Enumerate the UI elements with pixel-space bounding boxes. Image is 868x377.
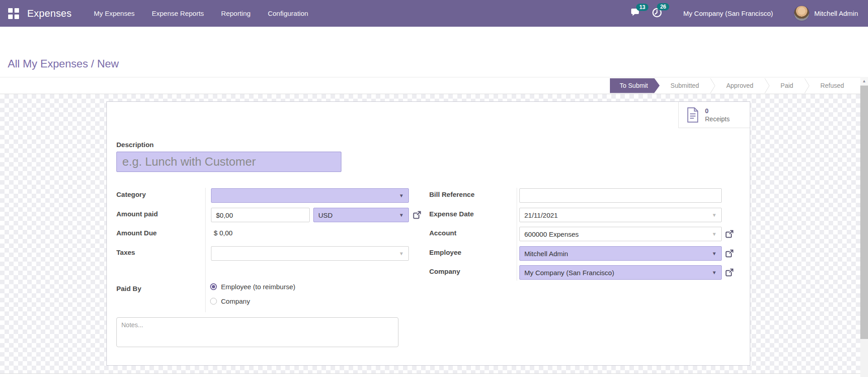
employee-label: Employee xyxy=(429,248,461,256)
user-menu[interactable]: Mitchell Admin xyxy=(814,10,858,17)
account-select[interactable]: 600000 Expenses▼ xyxy=(519,227,722,241)
control-panel: All My Expenses / New Save Discard xyxy=(0,27,868,77)
company-label: Company xyxy=(429,267,460,275)
menu-my-expenses[interactable]: My Expenses xyxy=(85,10,143,17)
status-step-paid[interactable]: Paid xyxy=(770,82,804,89)
company-switcher[interactable]: My Company (San Francisco) xyxy=(683,10,773,17)
messages-button[interactable]: 13 xyxy=(631,8,642,19)
menu-expense-reports[interactable]: Expense Reports xyxy=(143,10,212,17)
amount-paid-label: Amount paid xyxy=(116,210,158,218)
taxes-select[interactable]: ▼ xyxy=(211,246,409,261)
breadcrumb-parent-link[interactable]: All My Expenses xyxy=(8,57,88,70)
receipts-stat-button[interactable]: 0 Receipts xyxy=(678,102,750,128)
company-select[interactable]: My Company (San Francisco)▼ xyxy=(519,265,722,280)
activities-count-badge: 26 xyxy=(657,3,669,10)
expense-date-label: Expense Date xyxy=(429,210,474,218)
app-brand[interactable]: Expenses xyxy=(27,8,72,19)
chevron-separator-icon xyxy=(764,78,770,93)
chevron-separator-icon xyxy=(804,78,810,93)
category-select[interactable]: ▼ xyxy=(211,188,409,203)
bill-reference-label: Bill Reference xyxy=(429,191,475,198)
taxes-label: Taxes xyxy=(116,248,135,256)
description-label: Description xyxy=(116,141,154,148)
document-icon xyxy=(686,107,700,123)
amount-paid-input[interactable] xyxy=(211,208,310,222)
top-navbar: Expenses My Expenses Expense Reports Rep… xyxy=(0,0,868,27)
radio-selected-icon xyxy=(210,283,217,290)
expense-date-input[interactable]: 21/11/2021▼ xyxy=(519,208,722,222)
employee-select[interactable]: Mitchell Admin▼ xyxy=(519,246,722,261)
currency-external-link-icon[interactable] xyxy=(412,210,422,220)
description-input[interactable] xyxy=(116,152,341,172)
status-bar: To Submit Submitted Approved Paid Refuse… xyxy=(0,77,860,94)
form-view-background: 0 Receipts Description Category ▼ Amount… xyxy=(0,94,860,374)
menu-reporting[interactable]: Reporting xyxy=(212,10,259,17)
paid-by-option-company[interactable]: Company xyxy=(210,297,250,305)
account-label: Account xyxy=(429,229,456,237)
breadcrumb-current: New xyxy=(97,57,119,70)
menu-configuration[interactable]: Configuration xyxy=(259,10,317,17)
notes-textarea[interactable] xyxy=(116,317,398,347)
vertical-scrollbar[interactable]: ▲ xyxy=(860,77,868,377)
activities-button[interactable]: 26 xyxy=(652,7,662,20)
apps-menu-icon[interactable] xyxy=(8,8,19,19)
status-step-approved[interactable]: Approved xyxy=(715,82,764,89)
scrollbar-up-arrow-icon[interactable]: ▲ xyxy=(860,77,868,86)
column-separator xyxy=(205,188,206,312)
paid-by-option-employee[interactable]: Employee (to reimburse) xyxy=(210,283,295,291)
radio-unselected-icon xyxy=(210,298,217,305)
paid-by-label: Paid By xyxy=(116,285,141,292)
chevron-separator-icon xyxy=(710,78,715,93)
status-step-refused[interactable]: Refused xyxy=(810,82,855,89)
amount-due-value: $ 0,00 xyxy=(214,229,233,237)
scrollbar-thumb[interactable] xyxy=(860,86,868,339)
bill-reference-input[interactable] xyxy=(519,188,722,203)
currency-select[interactable]: USD▼ xyxy=(313,208,409,222)
account-external-link-icon[interactable] xyxy=(725,229,734,239)
breadcrumb: All My Expenses / New xyxy=(8,57,119,70)
category-label: Category xyxy=(116,191,146,198)
user-avatar[interactable] xyxy=(794,5,810,21)
expense-form-sheet: 0 Receipts Description Category ▼ Amount… xyxy=(106,101,750,366)
messages-count-badge: 13 xyxy=(636,4,648,11)
column-separator xyxy=(517,188,517,281)
employee-external-link-icon[interactable] xyxy=(725,249,734,258)
status-step-submitted[interactable]: Submitted xyxy=(660,82,710,89)
status-step-to-submit[interactable]: To Submit xyxy=(610,78,660,93)
breadcrumb-separator: / xyxy=(91,57,94,70)
amount-due-label: Amount Due xyxy=(116,229,157,237)
receipts-count: 0 xyxy=(705,107,729,115)
receipts-label: Receipts xyxy=(705,115,729,123)
company-external-link-icon[interactable] xyxy=(725,268,734,277)
